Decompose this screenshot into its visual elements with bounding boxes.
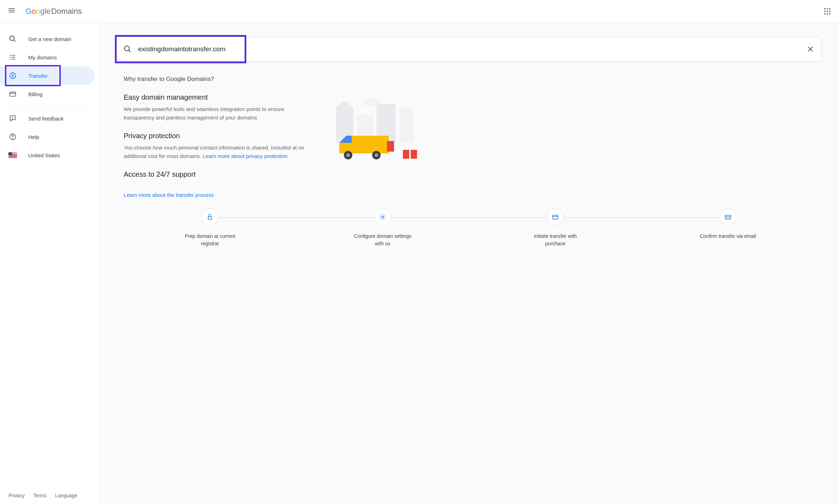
feature-privacy: Privacy protection You choose how much p… (124, 132, 315, 160)
svg-point-8 (10, 73, 16, 79)
illustration (329, 93, 428, 164)
logo[interactable]: Google Domains (25, 7, 82, 16)
svg-point-0 (10, 36, 14, 41)
feature-easy-management: Easy domain management We provide powerf… (124, 93, 315, 122)
domain-search-input[interactable] (138, 45, 800, 53)
svg-rect-37 (208, 217, 212, 219)
svg-point-6 (10, 59, 11, 60)
step-initiate: Initiate transfer with purchase (469, 209, 642, 247)
step-label: Prep domain at current registrar (178, 233, 242, 247)
transfer-icon (8, 71, 17, 80)
unlock-icon (201, 209, 218, 225)
sidebar-item-label: United States (28, 152, 60, 158)
search-icon (8, 35, 17, 43)
layout: Get a new domain My domains Transfer Bil… (0, 23, 839, 504)
clear-icon[interactable] (800, 45, 821, 53)
search-icon (117, 45, 138, 53)
svg-point-2 (10, 55, 11, 56)
svg-rect-36 (411, 150, 417, 159)
sidebar-item-label: My domains (28, 54, 57, 60)
step-confirm: Confirm transfer via email (642, 209, 815, 240)
svg-point-26 (398, 107, 412, 115)
card-icon (8, 90, 17, 98)
card-icon (547, 209, 564, 225)
step-configure: Configure domain settings with us (297, 209, 469, 247)
sidebar-item-label: Transfer (28, 73, 48, 79)
privacy-link[interactable]: Learn more about privacy protection (203, 153, 287, 159)
feature-support: Access to 24/7 support (124, 170, 315, 178)
sidebar-item-my-domains[interactable]: My domains (0, 48, 95, 66)
sidebar-item-get-domain[interactable]: Get a new domain (0, 30, 95, 48)
svg-point-14 (13, 138, 13, 139)
list-icon (8, 53, 17, 61)
main: Why transfer to Google Domains? Easy dom… (99, 23, 839, 504)
svg-marker-20 (336, 100, 353, 107)
svg-line-16 (129, 50, 130, 52)
svg-point-38 (382, 216, 383, 218)
svg-rect-34 (387, 141, 394, 152)
step-label: Confirm transfer via email (700, 233, 756, 240)
learn-more-link[interactable]: Learn more about the transfer process (124, 192, 214, 198)
feature-title: Privacy protection (124, 132, 315, 140)
svg-rect-3 (11, 55, 15, 56)
footer-privacy[interactable]: Privacy (8, 493, 25, 498)
steps-row: Prep domain at current registrar Configu… (124, 209, 814, 247)
svg-point-33 (375, 153, 378, 157)
step-label: Initiate transfer with purchase (523, 233, 587, 247)
flag-icon (8, 151, 17, 159)
feature-title: Easy domain management (124, 93, 315, 101)
mail-icon (720, 209, 737, 225)
svg-rect-39 (553, 215, 558, 219)
sidebar-item-help[interactable]: Help (0, 128, 95, 146)
svg-point-25 (362, 98, 380, 106)
help-icon (8, 133, 17, 141)
hamburger-menu-icon[interactable] (6, 4, 20, 18)
svg-rect-41 (725, 215, 731, 219)
feature-desc: We provide powerful tools and seamless i… (124, 105, 315, 122)
svg-point-4 (10, 57, 11, 58)
feedback-icon (8, 114, 17, 123)
sidebar-item-label: Billing (28, 91, 42, 97)
sidebar-item-label: Send feedback (28, 116, 64, 122)
product-name: Domains (51, 7, 82, 16)
svg-line-1 (14, 40, 16, 42)
topbar-left: Google Domains (6, 4, 82, 18)
section-title: Why transfer to Google Domains? (124, 76, 814, 83)
apps-grid-icon[interactable] (821, 5, 833, 17)
sidebar-item-billing[interactable]: Billing (0, 85, 95, 103)
sidebar-item-feedback[interactable]: Send feedback (0, 109, 95, 128)
svg-rect-27 (350, 136, 389, 153)
svg-rect-35 (403, 150, 409, 159)
footer-links: Privacy Terms Language (0, 487, 99, 504)
content: Why transfer to Google Domains? Easy dom… (117, 61, 821, 247)
feature-desc: You choose how much personal contact inf… (124, 143, 315, 160)
search-box (117, 37, 821, 61)
sidebar-item-transfer[interactable]: Transfer (0, 66, 95, 85)
svg-point-15 (124, 46, 129, 51)
sidebar: Get a new domain My domains Transfer Bil… (0, 23, 99, 504)
svg-rect-23 (399, 113, 413, 143)
svg-rect-7 (11, 59, 15, 60)
svg-point-12 (13, 119, 13, 119)
topbar: Google Domains (0, 0, 839, 23)
gear-icon (374, 209, 391, 225)
step-label: Configure domain settings with us (351, 233, 415, 247)
footer-language[interactable]: Language (55, 493, 77, 498)
feature-title: Access to 24/7 support (124, 170, 315, 178)
sidebar-item-label: Get a new domain (28, 36, 71, 42)
sidebar-item-label: Help (28, 134, 39, 140)
footer-terms[interactable]: Terms (33, 493, 47, 498)
svg-rect-9 (10, 92, 16, 96)
svg-point-31 (346, 153, 350, 157)
step-prep: Prep domain at current registrar (124, 209, 297, 247)
divider (8, 106, 93, 106)
sidebar-item-country[interactable]: United States (0, 146, 95, 164)
svg-rect-5 (11, 57, 15, 58)
